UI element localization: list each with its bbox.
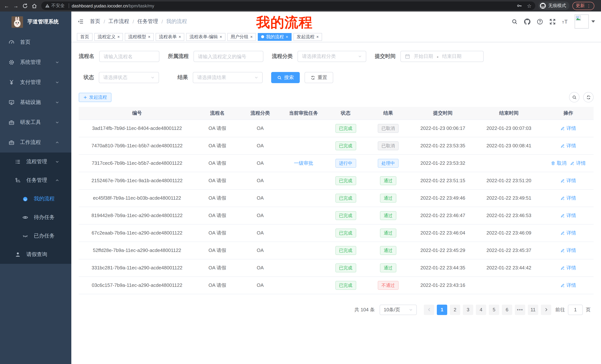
sidebar-item-devtools[interactable]: 研发工具 [0,112,71,133]
sidebar-item-done-task[interactable]: 已办任务 [0,227,71,245]
page-button-4[interactable]: 4 [476,305,486,315]
broken-image-icon [576,16,581,21]
tab-流程表单-编辑[interactable]: 流程表单-编辑× [186,33,225,41]
key-icon[interactable] [517,3,522,9]
tab-发起流程[interactable]: 发起流程× [293,33,322,41]
process-name: OA 请假 [195,154,239,172]
forward-icon[interactable]: → [13,3,19,9]
search-icon[interactable] [511,18,518,25]
detail-action-link[interactable]: 详情 [561,142,576,149]
edit-icon [561,248,565,252]
status-select[interactable]: 请选择状态 [99,72,159,83]
page-button-1[interactable]: 1 [437,305,447,315]
task-link[interactable]: 一级审批 [294,160,313,166]
detail-action-link[interactable]: 详情 [570,160,586,166]
tab-首页[interactable]: 首页 [77,33,92,41]
close-tab-icon[interactable]: × [286,35,288,39]
github-icon[interactable] [524,18,531,25]
sidebar-item-label: 基础设施 [20,99,55,106]
fullscreen-icon[interactable] [549,18,556,25]
avatar[interactable] [575,14,595,29]
process-name: OA 请假 [195,137,239,154]
process-id: 3ad174fb-7b9d-11ec-8404-acde48001122 [79,119,195,137]
tab-流程定义[interactable]: 流程定义× [94,33,123,41]
detail-action-link[interactable]: 详情 [561,125,576,132]
result-select[interactable]: 请选择流结果 [193,72,263,83]
page-button-6[interactable]: 6 [502,305,512,315]
process-name-input[interactable] [99,51,159,62]
detail-action-link[interactable]: 详情 [561,212,576,219]
avatar-dropdown-icon[interactable] [591,20,595,23]
workflow-submenu: 流程管理任务管理我的流程待办任务已办任务请假查询 [0,153,71,264]
detail-action-link[interactable]: 详情 [561,282,576,288]
detail-action-link[interactable]: 详情 [561,195,576,201]
page-button-3[interactable]: 3 [463,305,473,315]
close-tab-icon[interactable]: × [250,35,253,39]
search-button[interactable]: 搜索 [271,72,300,83]
eye-icon [22,214,28,220]
current-task [281,119,326,137]
incognito-badge: 无痕模式 [538,1,570,10]
home-icon[interactable] [31,3,38,9]
sidebar-item-my-process[interactable]: 我的流程 [0,190,71,208]
page-button-2[interactable]: 2 [450,305,460,315]
process-category-select[interactable]: 请选择流程分类 [298,51,366,62]
result-badge: 通过 [380,193,396,202]
tab-label: 流程表单 [159,34,177,40]
update-menu-button[interactable]: 更新 ⋮ [572,2,594,10]
browser-menu-icon[interactable]: ⋮ [587,3,591,8]
tab-流程模型[interactable]: 流程模型× [125,33,154,41]
submit-time-range-picker[interactable]: 开始日期 - 结束日期 [401,51,484,62]
toggle-search-button[interactable] [569,92,580,102]
create-process-button[interactable]: 发起流程 [79,93,111,102]
sidebar-item-infrastructure[interactable]: 基础设施 [0,92,71,112]
sidebar-item-workflow[interactable]: 工作流程 [0,133,71,153]
bookmark-star-icon[interactable]: ☆ [527,3,531,9]
back-icon[interactable]: ← [3,3,10,9]
cancel-action-link[interactable]: 取消 [551,160,566,166]
prev-page-button[interactable] [424,305,434,315]
close-tab-icon[interactable]: × [220,35,222,39]
process-name: OA 请假 [195,189,239,207]
detail-action-link[interactable]: 详情 [561,177,576,184]
tab-流程表单[interactable]: 流程表单× [156,33,184,41]
sidebar-item-process-mgmt[interactable]: 流程管理 [0,153,71,171]
cancel-action-label: 取消 [557,160,566,166]
breadcrumb-item[interactable]: 首页 [90,18,100,25]
page-size-select[interactable]: 10条/页 [380,305,417,315]
font-size-icon[interactable]: TT [562,18,568,25]
close-tab-icon[interactable]: × [179,35,181,39]
close-tab-icon[interactable]: × [117,35,120,39]
close-tab-icon[interactable]: × [148,35,150,39]
help-icon[interactable] [537,18,543,25]
next-page-button[interactable] [541,305,551,315]
breadcrumb-item[interactable]: 工作流程 [109,18,129,25]
sidebar-item-todo-task[interactable]: 待办任务 [0,208,71,227]
tab-用户分组[interactable]: 用户分组× [227,33,256,41]
tab-我的流程[interactable]: 我的流程× [258,33,291,41]
sidebar-item-home[interactable]: 首页 [0,32,71,52]
reload-icon[interactable] [22,3,28,9]
detail-action-link[interactable]: 详情 [561,230,576,236]
sidebar-item-task-mgmt[interactable]: 任务管理 [0,171,71,190]
app-logo[interactable]: 芋道管理系统 [0,11,71,32]
process-definition-input[interactable] [193,51,263,62]
page-button-11[interactable]: 11 [528,305,538,315]
sidebar-item-system[interactable]: 系统管理 [0,52,71,72]
breadcrumb-item[interactable]: 任务管理 [137,18,158,25]
result-badge: 不通过 [378,281,399,290]
sidebar-item-leave-query[interactable]: 请假查询 [0,245,71,264]
detail-action-link[interactable]: 详情 [561,264,576,271]
refresh-table-button[interactable] [583,92,594,102]
reset-button[interactable]: 重置 [305,72,333,83]
page-button-5[interactable]: 5 [489,305,499,315]
status-badge: 已完成 [335,176,356,185]
page-content: 流程名 所属流程 流程分类 请选择流程分类 [71,42,601,364]
collapse-sidebar-icon[interactable] [77,19,84,25]
goto-page-input[interactable] [568,305,583,315]
end-time [475,277,543,294]
detail-action-link[interactable]: 详情 [561,247,576,254]
close-tab-icon[interactable]: × [316,35,319,39]
sidebar-item-payment[interactable]: 支付管理 [0,72,71,92]
address-bar[interactable]: 不安全 dashboard.yudao.iocoder.cn/bpm/task/… [41,1,535,10]
